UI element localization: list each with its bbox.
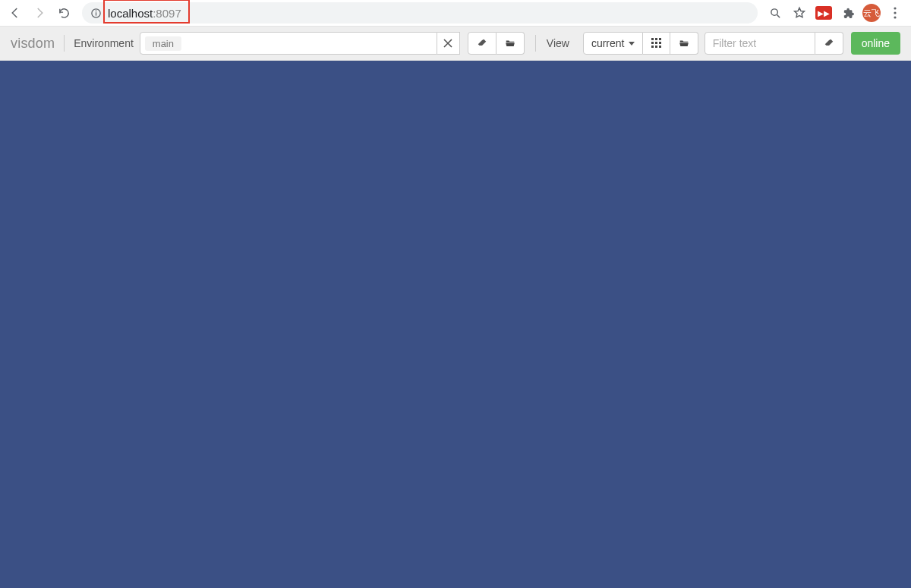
close-icon	[443, 39, 452, 48]
extensions-button[interactable]	[838, 3, 858, 23]
search-omnibox-icon[interactable]	[765, 3, 785, 23]
connection-status[interactable]: online	[851, 32, 900, 55]
svg-rect-11	[651, 42, 654, 44]
svg-rect-9	[655, 38, 657, 40]
svg-rect-13	[659, 42, 661, 44]
svg-point-2	[95, 10, 96, 11]
chevron-down-icon	[629, 42, 635, 46]
address-bar[interactable]: localhost:8097	[82, 2, 758, 24]
site-info-icon[interactable]	[90, 7, 102, 19]
environment-select[interactable]: main	[140, 32, 437, 55]
arrow-right-icon	[33, 6, 46, 20]
reload-icon	[58, 7, 71, 20]
svg-line-4	[777, 14, 780, 17]
filter-clear-button[interactable]	[815, 32, 843, 55]
svg-point-3	[771, 8, 777, 14]
view-selected-value: current	[591, 37, 625, 49]
environment-label: Environment	[74, 37, 134, 49]
folder-open-icon	[504, 38, 516, 49]
magnifier-icon	[769, 7, 782, 20]
visdom-canvas[interactable]	[0, 61, 911, 588]
svg-rect-14	[651, 46, 654, 48]
bookmark-star-icon[interactable]	[790, 3, 809, 23]
view-button-group: current	[583, 32, 699, 55]
svg-point-7	[894, 16, 896, 18]
manage-env-button[interactable]	[496, 32, 525, 55]
chrome-right-controls: ▶▶ 云飞	[765, 3, 906, 23]
svg-rect-15	[655, 46, 657, 48]
grid-icon	[651, 38, 662, 49]
extension-youtube[interactable]: ▶▶	[814, 3, 834, 23]
youtube-ext-icon: ▶▶	[815, 6, 832, 20]
filter-input[interactable]	[705, 32, 815, 55]
kebab-icon	[894, 7, 897, 19]
eraser-icon	[476, 38, 488, 49]
brand-label: visdom	[11, 36, 55, 52]
divider	[535, 35, 536, 52]
forward-button[interactable]	[29, 2, 50, 24]
arrow-left-icon	[8, 6, 22, 20]
repack-button[interactable]	[643, 32, 670, 55]
eraser-icon	[823, 38, 835, 49]
star-icon	[793, 6, 806, 20]
back-button[interactable]	[5, 2, 26, 24]
profile-avatar[interactable]: 云飞	[862, 4, 881, 22]
svg-rect-10	[659, 38, 661, 40]
clear-env-button[interactable]	[468, 32, 496, 55]
view-select[interactable]: current	[583, 32, 644, 55]
manage-views-button[interactable]	[670, 32, 698, 55]
environment-clear-button[interactable]	[437, 32, 460, 55]
environment-chip[interactable]: main	[145, 36, 181, 51]
visdom-toolbar: visdom Environment main View current	[0, 26, 911, 61]
reload-button[interactable]	[53, 2, 74, 24]
divider	[64, 35, 65, 52]
svg-point-5	[894, 7, 896, 9]
svg-rect-16	[659, 46, 661, 48]
address-text: localhost:8097	[108, 7, 181, 20]
svg-rect-8	[651, 38, 654, 40]
browser-chrome: localhost:8097 ▶▶ 云飞	[0, 0, 911, 26]
puzzle-icon	[842, 7, 855, 20]
svg-rect-12	[655, 42, 657, 44]
view-label: View	[547, 37, 569, 49]
folder-open-icon	[678, 38, 690, 49]
chrome-menu-button[interactable]	[885, 3, 905, 23]
svg-point-6	[894, 11, 896, 14]
env-button-group	[468, 32, 525, 55]
